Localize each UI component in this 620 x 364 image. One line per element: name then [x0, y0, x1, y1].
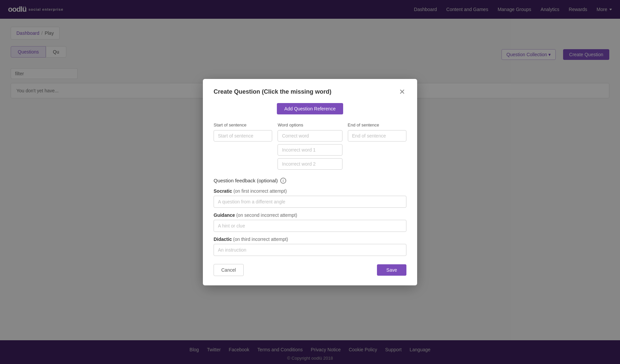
modal: Create Question (Click the missing word)…	[203, 79, 417, 285]
modal-footer: Cancel Save	[214, 264, 406, 276]
start-of-sentence-col: Start of sentence	[214, 122, 272, 142]
modal-overlay[interactable]: Create Question (Click the missing word)…	[0, 0, 620, 364]
modal-close-button[interactable]: ✕	[398, 88, 406, 96]
save-button[interactable]: Save	[377, 264, 406, 276]
socratic-label-strong: Socratic	[214, 188, 232, 194]
didactic-label-sub: (on third incorrect attempt)	[233, 237, 288, 242]
feedback-title: Question feedback (optional) i	[214, 178, 406, 184]
socratic-input[interactable]	[214, 196, 406, 208]
info-icon[interactable]: i	[280, 178, 286, 184]
end-of-sentence-col: End of sentence	[348, 122, 406, 142]
socratic-label: Socratic (on first incorrect attempt)	[214, 188, 406, 194]
start-of-sentence-label: Start of sentence	[214, 122, 272, 127]
feedback-title-text: Question feedback (optional)	[214, 178, 278, 183]
guidance-label-sub: (on second incorrect attempt)	[236, 212, 297, 218]
modal-title: Create Question (Click the missing word)	[214, 88, 331, 95]
start-of-sentence-input[interactable]	[214, 130, 272, 142]
add-question-reference-button[interactable]: Add Question Reference	[277, 103, 343, 114]
modal-header: Create Question (Click the missing word)…	[214, 88, 406, 96]
didactic-label: Didactic (on third incorrect attempt)	[214, 237, 406, 242]
guidance-label: Guidance (on second incorrect attempt)	[214, 212, 406, 218]
word-options-col: Word options	[278, 122, 342, 170]
guidance-label-strong: Guidance	[214, 212, 235, 218]
correct-word-input[interactable]	[278, 130, 342, 142]
end-of-sentence-label: End of sentence	[348, 122, 406, 127]
cancel-button[interactable]: Cancel	[214, 264, 244, 276]
form-three-col: Start of sentence Word options End of se…	[214, 122, 406, 170]
guidance-input[interactable]	[214, 220, 406, 232]
incorrect-word-2-input[interactable]	[278, 158, 342, 170]
end-of-sentence-input[interactable]	[348, 130, 406, 142]
socratic-label-sub: (on first incorrect attempt)	[233, 188, 287, 194]
didactic-input[interactable]	[214, 244, 406, 256]
didactic-label-strong: Didactic	[214, 237, 232, 242]
feedback-section: Question feedback (optional) i Socratic …	[214, 178, 406, 256]
incorrect-word-1-input[interactable]	[278, 144, 342, 156]
word-options-label: Word options	[278, 122, 342, 127]
